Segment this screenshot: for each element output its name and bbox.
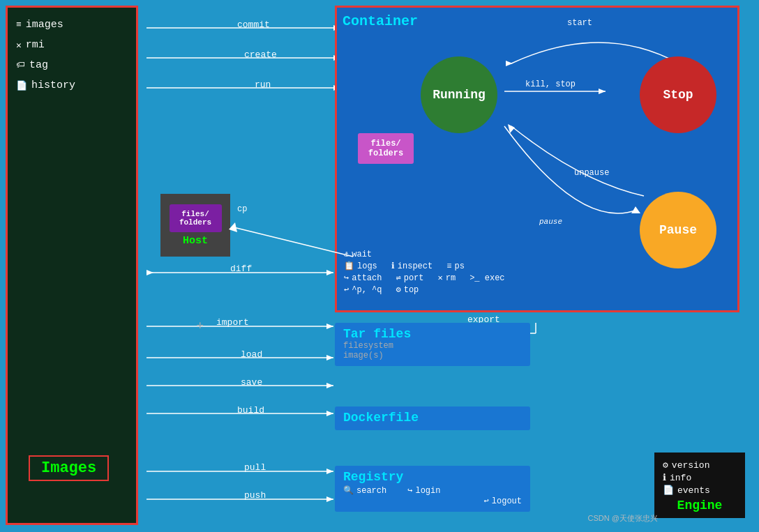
x-icon2: ✕	[438, 273, 443, 283]
sidebar-item-history[interactable]: 📄 history	[16, 79, 128, 91]
inspect-cmd: ℹ inspect	[391, 261, 433, 271]
dockerfile-section: Dockerfile	[335, 406, 530, 430]
dockerfile-title: Dockerfile	[343, 411, 522, 425]
watermark: CSDN @天使张忠兴	[588, 513, 658, 524]
search-icon: 🔍	[343, 485, 354, 496]
svg-marker-34	[631, 206, 640, 213]
attach-cmd: ↪ attach	[344, 273, 382, 283]
save-label: save	[241, 377, 262, 388]
rm-cmd: ✕ rm	[438, 273, 456, 283]
svg-marker-32	[508, 124, 515, 133]
commands-row-4: ↩ ^p, ^q ⚙ top	[344, 284, 730, 295]
anchor-icon: ⚓	[344, 249, 349, 259]
logout-cmd: ↩ logout	[484, 496, 522, 506]
import-label: import	[216, 317, 249, 328]
sidebar-item-tag[interactable]: 🏷 tag	[16, 59, 128, 71]
sidebar-item-rmi[interactable]: ✕ rmi	[16, 39, 128, 51]
svg-text:unpause: unpause	[574, 168, 609, 178]
info-item: ℹ info	[663, 472, 737, 483]
container-files-box: files/folders	[358, 133, 414, 164]
engine-box: ⚙ version ℹ info 📄 events Engine	[654, 453, 745, 518]
svg-marker-10	[146, 270, 153, 275]
registry-commands: 🔍 search ↪ login ↩ logout	[343, 485, 522, 506]
container-commands: ⚓ wait 📋 logs ℹ inspect ≡ ps	[344, 248, 730, 296]
svg-marker-30	[599, 89, 606, 94]
diff-label: diff	[230, 264, 252, 274]
info-icon: ℹ	[391, 261, 395, 271]
commands-row-1: ⚓ wait	[344, 249, 730, 259]
create-label: create	[244, 50, 277, 60]
commands-row-2: 📋 logs ℹ inspect ≡ ps	[344, 261, 730, 271]
registry-row-1: 🔍 search ↪ login	[343, 485, 522, 496]
login-icon: ↪	[407, 485, 412, 496]
crosshair-icon: ✛	[197, 318, 204, 332]
x-icon: ✕	[16, 40, 22, 51]
commit-label: commit	[237, 20, 270, 30]
registry-title: Registry	[343, 470, 522, 484]
tar-title: Tar files	[335, 323, 530, 341]
load-label: load	[241, 349, 262, 360]
version-item: ⚙ version	[663, 459, 737, 471]
commands-row-3: ↪ attach ⇌ port ✕ rm >_ exec	[344, 273, 730, 283]
wait-cmd: ⚓ wait	[344, 249, 372, 259]
tar-content: filesystem image(s)	[335, 341, 530, 366]
host-files-box: files/folders	[170, 204, 222, 232]
cp-label: cp	[237, 204, 247, 214]
log-icon: 📋	[344, 261, 354, 271]
svg-marker-23	[326, 496, 333, 502]
events-item: 📄 events	[663, 485, 737, 496]
svg-text:pause: pause	[539, 218, 562, 226]
svg-marker-21	[326, 469, 333, 474]
registry-row-2: ↩ logout	[343, 496, 522, 506]
exec-cmd: >_ exec	[469, 273, 504, 283]
port-icon: ⇌	[396, 273, 400, 283]
svg-marker-11	[326, 270, 333, 275]
info-icon2: ℹ	[663, 472, 666, 483]
svg-marker-13	[326, 324, 333, 329]
svg-text:kill, stop: kill, stop	[525, 79, 576, 89]
registry-section: Registry 🔍 search ↪ login ↩ logout	[335, 466, 530, 512]
stop-state: Stop	[640, 56, 716, 133]
svg-marker-15	[326, 355, 333, 360]
engine-title: Engine	[663, 499, 737, 512]
list-icon: ≡	[16, 20, 22, 30]
svg-marker-19	[326, 411, 333, 416]
ps-cmd: ≡ ps	[446, 261, 465, 271]
host-label: Host	[183, 235, 208, 247]
svg-marker-17	[326, 383, 333, 388]
doc-icon: 📄	[16, 80, 27, 91]
list-icon2: ≡	[446, 261, 451, 271]
top-cmd: ⚙ top	[396, 284, 419, 295]
logs-cmd: 📋 logs	[344, 261, 377, 271]
images-sidebar: ≡ images ✕ rmi 🏷 tag 📄 history Images	[6, 6, 138, 525]
search-cmd: 🔍 search	[343, 485, 386, 496]
gear-icon: ⚙	[396, 284, 400, 295]
login-cmd: ↪ login	[407, 485, 440, 496]
attach-icon: ↪	[344, 273, 349, 283]
push-label: push	[244, 490, 266, 501]
ctrl-icon: ↩	[344, 284, 349, 295]
run-label: run	[255, 79, 271, 90]
ctrlpq-cmd: ↩ ^p, ^q	[344, 284, 382, 295]
images-label: Images	[29, 455, 109, 481]
port-cmd: ⇌ port	[396, 273, 423, 283]
container-title: Container	[343, 13, 732, 29]
container-box: Container start kill, stop unpause pause	[335, 6, 739, 312]
main-diagram: commit create run diff import load save …	[146, 6, 752, 525]
running-state: Running	[421, 56, 497, 133]
gear-icon2: ⚙	[663, 459, 668, 471]
sidebar-item-images[interactable]: ≡ images	[16, 19, 128, 31]
logout-icon: ↩	[484, 496, 489, 506]
tar-section: Tar files filesystem image(s)	[335, 323, 530, 366]
pull-label: pull	[244, 462, 266, 473]
events-icon: 📄	[663, 485, 674, 496]
host-box: files/folders Host	[160, 194, 230, 257]
svg-marker-27	[506, 61, 513, 66]
tag-icon: 🏷	[16, 60, 25, 70]
build-label: build	[237, 405, 264, 416]
